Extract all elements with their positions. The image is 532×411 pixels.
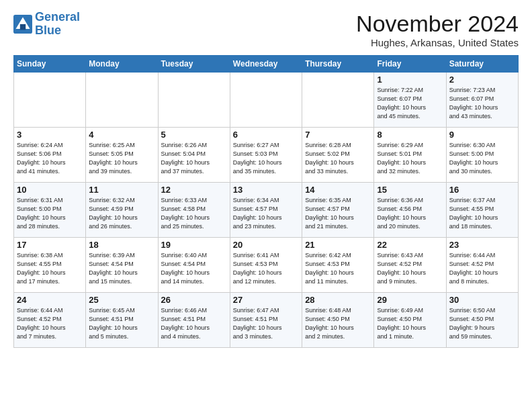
cell-3-3: 20Sunrise: 6:41 AM Sunset: 4:53 PM Dayli…	[230, 238, 302, 293]
week-row-4: 24Sunrise: 6:44 AM Sunset: 4:52 PM Dayli…	[14, 293, 519, 348]
day-info-3-2: Sunrise: 6:40 AM Sunset: 4:54 PM Dayligh…	[161, 251, 227, 286]
day-num-3-0: 17	[17, 240, 83, 250]
day-info-3-0: Sunrise: 6:38 AM Sunset: 4:55 PM Dayligh…	[17, 251, 83, 286]
day-info-2-6: Sunrise: 6:37 AM Sunset: 4:55 PM Dayligh…	[449, 196, 515, 231]
day-num-3-1: 18	[89, 240, 154, 250]
week-row-3: 17Sunrise: 6:38 AM Sunset: 4:55 PM Dayli…	[14, 238, 519, 293]
location: Hughes, Arkansas, United States	[356, 37, 519, 48]
day-num-4-4: 28	[305, 295, 371, 305]
day-info-4-3: Sunrise: 6:47 AM Sunset: 4:51 PM Dayligh…	[233, 306, 299, 341]
cell-4-0: 24Sunrise: 6:44 AM Sunset: 4:52 PM Dayli…	[14, 293, 86, 348]
logo-text: General Blue	[35, 11, 80, 38]
col-monday: Monday	[86, 56, 158, 73]
cell-1-2: 5Sunrise: 6:26 AM Sunset: 5:04 PM Daylig…	[158, 128, 230, 183]
logo-line1: General	[35, 10, 80, 24]
day-num-4-2: 26	[161, 295, 227, 305]
cell-4-1: 25Sunrise: 6:45 AM Sunset: 4:51 PM Dayli…	[86, 293, 158, 348]
day-num-4-1: 25	[89, 295, 154, 305]
day-info-0-6: Sunrise: 7:23 AM Sunset: 6:07 PM Dayligh…	[449, 86, 515, 121]
day-info-3-4: Sunrise: 6:42 AM Sunset: 4:53 PM Dayligh…	[305, 251, 371, 286]
logo-icon	[13, 15, 32, 34]
cell-0-2	[158, 73, 230, 128]
logo: General Blue	[13, 11, 80, 38]
cell-2-4: 14Sunrise: 6:35 AM Sunset: 4:57 PM Dayli…	[302, 183, 374, 238]
day-info-4-6: Sunrise: 6:50 AM Sunset: 4:50 PM Dayligh…	[449, 306, 515, 341]
header-row: Sunday Monday Tuesday Wednesday Thursday…	[14, 56, 519, 73]
day-num-2-5: 15	[377, 185, 443, 195]
day-info-2-0: Sunrise: 6:31 AM Sunset: 5:00 PM Dayligh…	[17, 196, 83, 231]
week-row-2: 10Sunrise: 6:31 AM Sunset: 5:00 PM Dayli…	[14, 183, 519, 238]
day-num-4-0: 24	[17, 295, 83, 305]
day-info-0-5: Sunrise: 7:22 AM Sunset: 6:07 PM Dayligh…	[377, 86, 443, 121]
col-tuesday: Tuesday	[158, 56, 230, 73]
day-num-2-2: 12	[161, 185, 227, 195]
day-info-2-2: Sunrise: 6:33 AM Sunset: 4:58 PM Dayligh…	[161, 196, 227, 231]
cell-2-5: 15Sunrise: 6:36 AM Sunset: 4:56 PM Dayli…	[374, 183, 446, 238]
cell-4-6: 30Sunrise: 6:50 AM Sunset: 4:50 PM Dayli…	[446, 293, 518, 348]
cell-2-0: 10Sunrise: 6:31 AM Sunset: 5:00 PM Dayli…	[14, 183, 86, 238]
svg-rect-2	[20, 24, 26, 30]
day-info-2-4: Sunrise: 6:35 AM Sunset: 4:57 PM Dayligh…	[305, 196, 371, 231]
day-info-1-6: Sunrise: 6:30 AM Sunset: 5:00 PM Dayligh…	[449, 141, 515, 176]
day-num-1-0: 3	[17, 130, 83, 140]
week-row-0: 1Sunrise: 7:22 AM Sunset: 6:07 PM Daylig…	[14, 73, 519, 128]
day-info-3-5: Sunrise: 6:43 AM Sunset: 4:52 PM Dayligh…	[377, 251, 443, 286]
cell-4-4: 28Sunrise: 6:48 AM Sunset: 4:50 PM Dayli…	[302, 293, 374, 348]
day-num-2-3: 13	[233, 185, 299, 195]
day-num-2-4: 14	[305, 185, 371, 195]
cell-4-3: 27Sunrise: 6:47 AM Sunset: 4:51 PM Dayli…	[230, 293, 302, 348]
day-info-4-4: Sunrise: 6:48 AM Sunset: 4:50 PM Dayligh…	[305, 306, 371, 341]
cell-4-2: 26Sunrise: 6:46 AM Sunset: 4:51 PM Dayli…	[158, 293, 230, 348]
header: General Blue November 2024 Hughes, Arkan…	[13, 11, 519, 48]
title-block: November 2024 Hughes, Arkansas, United S…	[356, 11, 519, 48]
day-info-2-5: Sunrise: 6:36 AM Sunset: 4:56 PM Dayligh…	[377, 196, 443, 231]
cell-2-3: 13Sunrise: 6:34 AM Sunset: 4:57 PM Dayli…	[230, 183, 302, 238]
day-num-0-6: 2	[449, 75, 515, 85]
day-num-1-2: 5	[161, 130, 227, 140]
cell-1-4: 7Sunrise: 6:28 AM Sunset: 5:02 PM Daylig…	[302, 128, 374, 183]
cell-0-5: 1Sunrise: 7:22 AM Sunset: 6:07 PM Daylig…	[374, 73, 446, 128]
logo-line2: Blue	[35, 24, 61, 37]
day-num-1-5: 8	[377, 130, 443, 140]
day-num-3-3: 20	[233, 240, 299, 250]
day-info-1-0: Sunrise: 6:24 AM Sunset: 5:06 PM Dayligh…	[17, 141, 83, 176]
cell-3-4: 21Sunrise: 6:42 AM Sunset: 4:53 PM Dayli…	[302, 238, 374, 293]
cell-4-5: 29Sunrise: 6:49 AM Sunset: 4:50 PM Dayli…	[374, 293, 446, 348]
day-info-4-2: Sunrise: 6:46 AM Sunset: 4:51 PM Dayligh…	[161, 306, 227, 341]
day-info-4-5: Sunrise: 6:49 AM Sunset: 4:50 PM Dayligh…	[377, 306, 443, 341]
col-wednesday: Wednesday	[230, 56, 302, 73]
cell-2-6: 16Sunrise: 6:37 AM Sunset: 4:55 PM Dayli…	[446, 183, 518, 238]
cell-2-1: 11Sunrise: 6:32 AM Sunset: 4:59 PM Dayli…	[86, 183, 158, 238]
day-num-1-1: 4	[89, 130, 154, 140]
week-row-1: 3Sunrise: 6:24 AM Sunset: 5:06 PM Daylig…	[14, 128, 519, 183]
day-num-2-6: 16	[449, 185, 515, 195]
day-num-3-2: 19	[161, 240, 227, 250]
day-info-3-1: Sunrise: 6:39 AM Sunset: 4:54 PM Dayligh…	[89, 251, 154, 286]
day-info-2-1: Sunrise: 6:32 AM Sunset: 4:59 PM Dayligh…	[89, 196, 154, 231]
cell-3-2: 19Sunrise: 6:40 AM Sunset: 4:54 PM Dayli…	[158, 238, 230, 293]
month-title: November 2024	[356, 11, 519, 37]
col-thursday: Thursday	[302, 56, 374, 73]
cell-1-0: 3Sunrise: 6:24 AM Sunset: 5:06 PM Daylig…	[14, 128, 86, 183]
day-num-2-1: 11	[89, 185, 154, 195]
day-info-4-0: Sunrise: 6:44 AM Sunset: 4:52 PM Dayligh…	[17, 306, 83, 341]
col-saturday: Saturday	[446, 56, 518, 73]
page: General Blue November 2024 Hughes, Arkan…	[0, 0, 532, 355]
day-info-1-3: Sunrise: 6:27 AM Sunset: 5:03 PM Dayligh…	[233, 141, 299, 176]
day-num-3-5: 22	[377, 240, 443, 250]
cell-3-6: 23Sunrise: 6:44 AM Sunset: 4:52 PM Dayli…	[446, 238, 518, 293]
day-num-1-3: 6	[233, 130, 299, 140]
day-info-1-2: Sunrise: 6:26 AM Sunset: 5:04 PM Dayligh…	[161, 141, 227, 176]
cell-0-4	[302, 73, 374, 128]
day-num-2-0: 10	[17, 185, 83, 195]
cell-1-6: 9Sunrise: 6:30 AM Sunset: 5:00 PM Daylig…	[446, 128, 518, 183]
cell-2-2: 12Sunrise: 6:33 AM Sunset: 4:58 PM Dayli…	[158, 183, 230, 238]
day-num-4-5: 29	[377, 295, 443, 305]
cell-3-0: 17Sunrise: 6:38 AM Sunset: 4:55 PM Dayli…	[14, 238, 86, 293]
day-info-3-6: Sunrise: 6:44 AM Sunset: 4:52 PM Dayligh…	[449, 251, 515, 286]
day-info-1-4: Sunrise: 6:28 AM Sunset: 5:02 PM Dayligh…	[305, 141, 371, 176]
cell-0-0	[14, 73, 86, 128]
day-info-2-3: Sunrise: 6:34 AM Sunset: 4:57 PM Dayligh…	[233, 196, 299, 231]
col-sunday: Sunday	[14, 56, 86, 73]
day-num-4-6: 30	[449, 295, 515, 305]
